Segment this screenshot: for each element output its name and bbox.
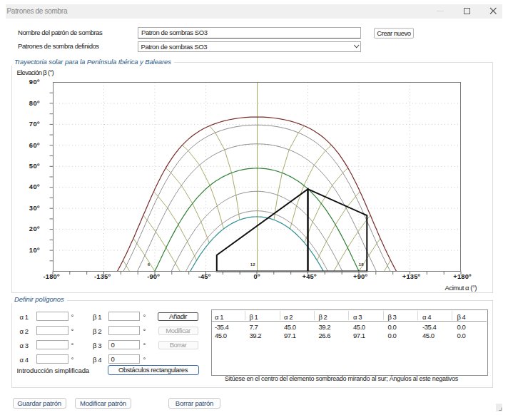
svg-text:12: 12 bbox=[250, 262, 255, 267]
svg-text:70º: 70º bbox=[29, 121, 40, 128]
svg-text:80º: 80º bbox=[29, 100, 40, 107]
svg-text:+90º: +90º bbox=[353, 273, 367, 280]
svg-text:60º: 60º bbox=[29, 142, 40, 149]
svg-text:-90º: -90º bbox=[147, 273, 160, 280]
svg-text:-180º: -180º bbox=[43, 273, 59, 280]
svg-text:-135º: -135º bbox=[94, 273, 111, 280]
svg-text:90º: 90º bbox=[29, 78, 40, 86]
svg-text:40º: 40º bbox=[29, 183, 40, 190]
svg-text:+45º: +45º bbox=[303, 273, 317, 280]
svg-text:30º: 30º bbox=[29, 205, 40, 212]
svg-text:20º: 20º bbox=[29, 225, 40, 232]
svg-text:18: 18 bbox=[359, 262, 364, 267]
svg-text:+135º: +135º bbox=[402, 273, 421, 280]
svg-text:0º: 0º bbox=[254, 273, 260, 280]
svg-text:-45º: -45º bbox=[198, 273, 211, 280]
svg-text:50º: 50º bbox=[29, 163, 40, 170]
svg-text:+180º: +180º bbox=[453, 273, 472, 280]
svg-text:10º: 10º bbox=[29, 247, 40, 254]
